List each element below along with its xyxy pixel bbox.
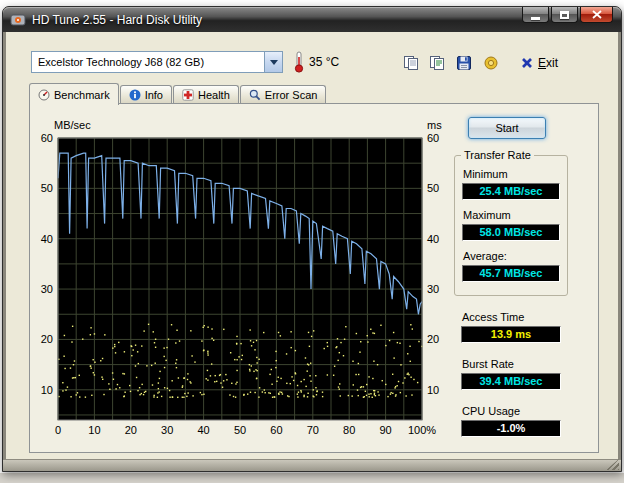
benchmark-icon [38,89,50,101]
svg-text:60: 60 [41,132,53,144]
chevron-down-icon[interactable] [264,52,282,72]
exit-icon [521,57,533,69]
minimum-value: 25.4 MB/sec [462,183,560,200]
burst-rate-label: Burst Rate [462,358,568,370]
copy-screenshot-button[interactable] [400,52,422,73]
burst-rate-value: 39.4 MB/sec [461,373,561,390]
maximum-value: 58.0 MB/sec [462,224,560,241]
drive-selector[interactable]: Excelstor Technology J68 (82 GB) [31,51,283,73]
options-icon [483,55,499,71]
svg-text:90: 90 [379,424,391,436]
svg-text:30: 30 [427,283,439,295]
access-time-label: Access Time [462,311,568,323]
thermometer-icon [293,51,305,73]
benchmark-panel: 6050403020106050403020100102030405060708… [29,103,599,453]
svg-text:20: 20 [427,333,439,345]
results-panel: Start Transfer Rate Minimum 25.4 MB/sec … [454,108,574,437]
svg-text:10: 10 [41,384,53,396]
svg-text:100%: 100% [408,424,436,436]
minimize-icon [531,17,540,20]
benchmark-chart: 6050403020106050403020100102030405060708… [30,104,458,444]
health-icon [182,89,194,101]
drive-selector-value: Excelstor Technology J68 (82 GB) [32,56,264,68]
cpu-usage-label: CPU Usage [462,405,568,417]
average-value: 45.7 MB/sec [462,265,560,282]
save-icon [456,55,472,71]
svg-text:40: 40 [41,233,53,245]
access-time-value: 13.9 ms [461,326,561,343]
transfer-rate-group: Transfer Rate Minimum 25.4 MB/sec Maximu… [454,155,568,296]
minimum-label: Minimum [463,168,560,180]
exit-label: Exit [538,56,558,70]
svg-text:ms: ms [427,119,442,131]
tab-error-scan[interactable]: Error Scan [240,85,327,104]
client-area: Excelstor Technology J68 (82 GB) 35 °C E… [6,32,618,459]
minimum-stat: Minimum 25.4 MB/sec [462,168,560,200]
resize-grip[interactable] [606,459,619,470]
window-controls [522,7,613,23]
copy-text-button[interactable] [426,52,448,73]
svg-text:50: 50 [41,182,53,194]
options-button[interactable] [480,52,502,73]
close-icon [592,10,602,19]
svg-text:0: 0 [55,424,61,436]
info-icon [129,89,141,101]
tab-health[interactable]: Health [173,85,239,104]
app-window: HD Tune 2.55 - Hard Disk Utility Excelst… [2,6,622,472]
svg-text:60: 60 [427,132,439,144]
svg-text:30: 30 [161,424,173,436]
temperature-value: 35 °C [309,55,339,69]
minimize-button[interactable] [522,7,549,23]
svg-text:10: 10 [88,424,100,436]
tab-info[interactable]: Info [120,85,172,104]
maximum-stat: Maximum 58.0 MB/sec [462,209,560,241]
burst-rate-stat: Burst Rate 39.4 MB/sec [454,358,568,390]
error-scan-icon [249,89,261,101]
access-time-stat: Access Time 13.9 ms [454,311,568,343]
start-button[interactable]: Start [468,117,546,139]
svg-text:40: 40 [197,424,209,436]
svg-text:30: 30 [41,283,53,295]
svg-text:20: 20 [41,333,53,345]
svg-text:50: 50 [427,182,439,194]
svg-text:40: 40 [427,233,439,245]
copy-screenshot-icon [403,55,419,71]
window-title: HD Tune 2.55 - Hard Disk Utility [32,13,202,27]
average-label: Average: [463,250,560,262]
save-button[interactable] [453,52,475,73]
maximize-button[interactable] [551,7,578,23]
transfer-rate-title: Transfer Rate [461,149,534,161]
exit-button[interactable]: Exit [517,53,562,73]
maximize-icon [560,11,569,19]
svg-text:MB/sec: MB/sec [54,119,91,131]
tab-benchmark[interactable]: Benchmark [29,83,119,105]
svg-text:50: 50 [234,424,246,436]
average-stat: Average: 45.7 MB/sec [462,250,560,282]
cpu-usage-value: -1.0% [461,420,561,437]
cpu-usage-stat: CPU Usage -1.0% [454,405,568,437]
maximum-label: Maximum [463,209,560,221]
svg-text:60: 60 [270,424,282,436]
app-icon [10,12,26,28]
copy-text-icon [429,55,445,71]
svg-text:20: 20 [125,424,137,436]
close-button[interactable] [580,7,613,23]
tab-bar: Benchmark Info Health Error Scan [29,82,327,104]
svg-text:80: 80 [343,424,355,436]
titlebar[interactable]: HD Tune 2.55 - Hard Disk Utility [3,7,621,32]
svg-text:70: 70 [307,424,319,436]
window-bottom-frame [3,459,621,471]
svg-text:10: 10 [427,384,439,396]
